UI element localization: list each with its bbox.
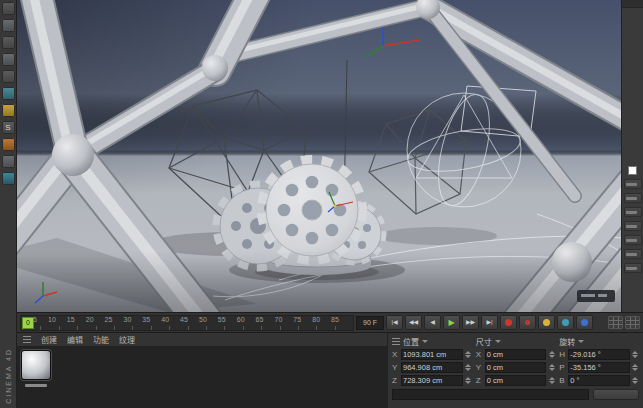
next-frame-button[interactable]: ▶▶: [462, 315, 479, 330]
spinner-icon[interactable]: [465, 362, 472, 373]
tick-label: 85: [331, 316, 339, 331]
size-y-field[interactable]: 0 cm: [485, 362, 547, 373]
rotation-b-field[interactable]: 0 °: [568, 375, 630, 386]
panel-menu-icon[interactable]: [392, 338, 400, 345]
material-list[interactable]: [17, 347, 387, 408]
attribute-row[interactable]: [624, 193, 642, 203]
rotation-section-title[interactable]: 旋转: [559, 336, 575, 347]
material-manager-menubar: 创建 编辑 功能 纹理: [17, 333, 387, 347]
axis-label: X: [392, 350, 399, 359]
menu-function[interactable]: 功能: [93, 334, 109, 345]
attribute-panel-header: [622, 0, 643, 8]
brand-vertical-text: CINEMA 4D: [5, 348, 12, 404]
tick-label: 40: [161, 316, 169, 331]
tick-label: 35: [142, 316, 150, 331]
go-to-start-button[interactable]: |◀: [386, 315, 403, 330]
spinner-icon[interactable]: [632, 375, 639, 386]
color-swatch[interactable]: [628, 166, 637, 175]
viewport-info-badge: [577, 290, 615, 302]
lock-axis-icon[interactable]: [2, 155, 15, 168]
tick-label: 70: [274, 316, 282, 331]
keyframe-position-button[interactable]: [538, 315, 555, 330]
make-editable-icon[interactable]: [2, 2, 15, 15]
size-section-title[interactable]: 尺寸: [476, 336, 492, 347]
position-section-title[interactable]: 位置: [403, 336, 419, 347]
layout-grid-icon[interactable]: [625, 316, 640, 329]
attribute-row[interactable]: [624, 235, 642, 245]
timeline-current-frame-knob[interactable]: 0: [22, 317, 34, 329]
record-keyframe-button[interactable]: [500, 315, 517, 330]
keyframe-scale-button[interactable]: [557, 315, 574, 330]
left-tool-palette: S CINEMA 4D: [0, 0, 17, 408]
position-z-field[interactable]: 728.309 cm: [401, 375, 463, 386]
axis-label: H: [559, 350, 566, 359]
workplane-icon[interactable]: [2, 53, 15, 66]
spinner-icon[interactable]: [548, 362, 555, 373]
previous-key-button[interactable]: ◀◀: [405, 315, 422, 330]
rotation-p-field[interactable]: -35.156 °: [568, 362, 630, 373]
size-z-field[interactable]: 0 cm: [485, 375, 547, 386]
attribute-row[interactable]: [624, 263, 642, 273]
apply-button[interactable]: [593, 389, 639, 400]
axis-label: Y: [476, 363, 483, 372]
chevron-down-icon: [495, 340, 501, 343]
tick-label: 50: [199, 316, 207, 331]
spinner-icon[interactable]: [632, 349, 639, 360]
tick-label: 15: [67, 316, 75, 331]
solo-mode-icon[interactable]: [2, 172, 15, 185]
tick-label: 60: [237, 316, 245, 331]
go-to-end-button[interactable]: ▶|: [481, 315, 498, 330]
axis-label: Y: [392, 363, 399, 372]
rotation-h-field[interactable]: -29.016 °: [568, 349, 630, 360]
spinner-icon[interactable]: [632, 362, 639, 373]
position-y-field[interactable]: 964.908 cm: [401, 362, 463, 373]
layout-grid-icon[interactable]: [608, 316, 623, 329]
play-button[interactable]: ▶: [443, 315, 460, 330]
tick-label: 20: [86, 316, 94, 331]
polygons-mode-icon[interactable]: [2, 104, 15, 117]
attribute-row[interactable]: [624, 221, 642, 231]
previous-frame-button[interactable]: ◀: [424, 315, 441, 330]
menu-create[interactable]: 创建: [41, 334, 57, 345]
panel-menu-icon[interactable]: [23, 336, 31, 343]
tick-label: 55: [218, 316, 226, 331]
timeline-bar: 5 10 15 20 25 30 35 40 45 50 55 60 65 70…: [17, 312, 643, 332]
spinner-icon[interactable]: [465, 349, 472, 360]
viewport-canvas[interactable]: [17, 0, 621, 312]
points-mode-icon[interactable]: [2, 70, 15, 83]
spinner-icon[interactable]: [548, 349, 555, 360]
attribute-panel-sliver: [621, 0, 643, 312]
coordinate-mode-dropdown[interactable]: [392, 389, 589, 400]
tick-label: 65: [256, 316, 264, 331]
tick-label: 80: [312, 316, 320, 331]
coordinates-manager: 位置 尺寸 旋转 X 1093.801 cm X 0 cm H: [387, 333, 643, 408]
axis-label: B: [559, 376, 566, 385]
material-name-label: [25, 384, 47, 387]
tick-label: 75: [293, 316, 301, 331]
size-x-field[interactable]: 0 cm: [485, 349, 547, 360]
timeline-ruler[interactable]: 5 10 15 20 25 30 35 40 45 50 55 60 65 70…: [20, 315, 354, 331]
snap-toggle-icon[interactable]: S: [2, 121, 15, 134]
position-key-icon: [543, 319, 550, 326]
spinner-icon[interactable]: [548, 375, 555, 386]
end-frame-field[interactable]: 90 F: [356, 316, 384, 330]
model-mode-icon[interactable]: [2, 19, 15, 32]
axis-mode-icon[interactable]: [2, 138, 15, 151]
texture-mode-icon[interactable]: [2, 36, 15, 49]
position-x-field[interactable]: 1093.801 cm: [401, 349, 463, 360]
attribute-row[interactable]: [624, 179, 642, 189]
edges-mode-icon[interactable]: [2, 87, 15, 100]
attribute-row[interactable]: [624, 207, 642, 217]
material-thumbnail[interactable]: [21, 350, 51, 380]
axis-label: P: [559, 363, 566, 372]
attribute-row[interactable]: [624, 249, 642, 259]
chevron-down-icon: [422, 340, 428, 343]
autokey-icon: [525, 320, 530, 325]
keyframe-rotation-button[interactable]: [576, 315, 593, 330]
menu-edit[interactable]: 编辑: [67, 334, 83, 345]
menu-texture[interactable]: 纹理: [119, 334, 135, 345]
axis-label: Z: [392, 376, 399, 385]
tick-label: 10: [48, 316, 56, 331]
autokey-button[interactable]: [519, 315, 536, 330]
spinner-icon[interactable]: [465, 375, 472, 386]
